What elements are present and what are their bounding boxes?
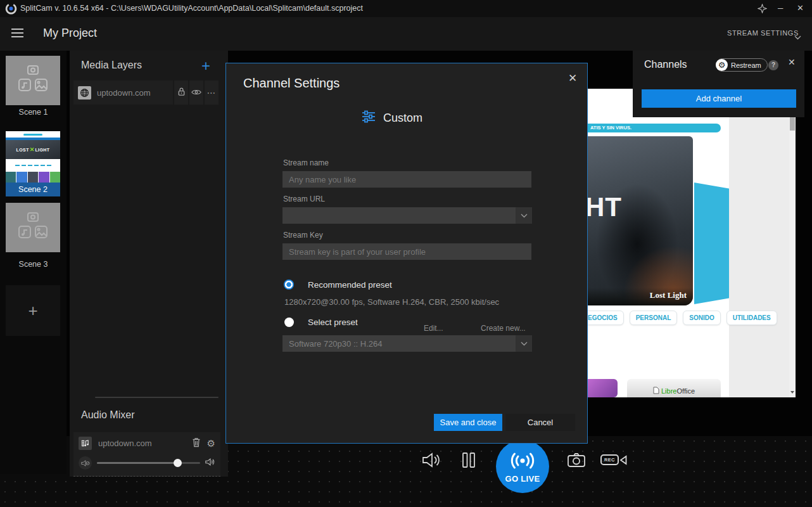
- media-layer-row[interactable]: uptodown.com ⋯: [73, 80, 219, 105]
- modal-title: Channel Settings: [243, 76, 339, 91]
- speaker-muted-icon: [81, 459, 90, 467]
- camera-icon: [567, 452, 586, 468]
- help-icon[interactable]: ?: [768, 60, 778, 70]
- stream-url-input[interactable]: [282, 207, 516, 224]
- stream-name-input[interactable]: [282, 171, 531, 188]
- minimize-icon[interactable]: –: [778, 3, 783, 11]
- preset-select-value[interactable]: Software 720p30 :: H.264: [282, 335, 516, 352]
- audio-toggle-button[interactable]: [422, 452, 441, 471]
- uptodown-logo-icon: [23, 134, 42, 136]
- document-icon: [653, 387, 659, 394]
- snapshot-button[interactable]: [567, 452, 586, 471]
- splitcam-window: SplitCam v. 10.6.54 x64 - C:\Users\WDAGU…: [0, 0, 812, 507]
- rec-label: REC: [600, 454, 619, 465]
- lock-icon: [177, 87, 186, 99]
- scene-1-tile[interactable]: [6, 56, 60, 105]
- audio-settings-gear-icon[interactable]: ⚙: [207, 439, 215, 448]
- audio-mixer-title: Audio Mixer: [81, 409, 134, 421]
- recommended-preset-label: Recommended preset: [308, 280, 392, 290]
- splitcam-logo-icon: [5, 3, 17, 17]
- pause-button[interactable]: [462, 452, 476, 471]
- channel-type-label: Custom: [383, 112, 422, 125]
- scene-placeholder-icon: [16, 65, 49, 96]
- media-layers-title: Media Layers: [81, 60, 142, 71]
- libreoffice-word2: Office: [676, 387, 695, 395]
- hamburger-menu-icon[interactable]: [11, 29, 23, 37]
- media-layer-name-cell[interactable]: uptodown.com: [73, 80, 173, 105]
- preview-scrollbar: [789, 89, 796, 397]
- restream-gear-icon: ⚙: [716, 59, 728, 71]
- scenes-sidebar: Scene 1 LOST ✕ LIGHT Scene 2: [0, 51, 67, 474]
- broadcast-icon: [508, 452, 537, 472]
- media-layer-name: uptodown.com: [97, 88, 151, 98]
- game-caption: Lost Light: [650, 290, 687, 300]
- scene-2-label: Scene 2: [6, 183, 60, 196]
- volume-slider-handle[interactable]: [174, 459, 182, 467]
- title-bar: SplitCam v. 10.6.54 x64 - C:\Users\WDAGU…: [0, 0, 812, 17]
- close-icon[interactable]: ✕: [797, 4, 804, 12]
- channel-type-row: Custom: [362, 110, 422, 125]
- preview-content-column: [729, 117, 789, 397]
- save-and-close-button[interactable]: Save and close: [434, 414, 502, 431]
- record-camcorder-icon: [619, 455, 627, 465]
- category-pill: EGOCIOS: [587, 311, 624, 325]
- restream-label: Restream: [731, 61, 761, 69]
- preview-libreoffice-tile: LibreOffice: [627, 379, 721, 397]
- stream-key-input[interactable]: [282, 243, 531, 260]
- channels-title: Channels: [644, 59, 687, 70]
- thumb-links-row: [6, 159, 60, 172]
- record-button[interactable]: REC: [600, 454, 627, 465]
- delete-audio-button[interactable]: [192, 437, 201, 450]
- channels-close-icon[interactable]: ✕: [788, 57, 796, 67]
- chevron-down-icon: [521, 342, 528, 346]
- ellipsis-icon: ⋯: [207, 87, 217, 98]
- recommended-preset-radio[interactable]: [284, 279, 294, 290]
- lost-light-x-icon: ✕: [30, 147, 35, 153]
- speaker-icon: [205, 458, 215, 469]
- layers-scroll-indicator[interactable]: [95, 397, 219, 398]
- layer-more-button[interactable]: ⋯: [205, 80, 219, 105]
- stream-url-label: Stream URL: [283, 195, 325, 203]
- edit-preset-link[interactable]: Edit...: [424, 324, 443, 333]
- thumb-tiles-row: [6, 172, 60, 183]
- preset-dropdown-button[interactable]: [516, 335, 532, 352]
- scene-3-tile[interactable]: [6, 203, 60, 252]
- scene-placeholder-icon: [16, 212, 49, 243]
- stream-url-dropdown-button[interactable]: [516, 207, 532, 224]
- preview-category-pills: EGOCIOS PERSONAL SONIDO UTILIDADES: [587, 311, 777, 325]
- globe-icon: [78, 86, 91, 99]
- preview-cyan-banner: ATIS Y SIN VIRUS.: [587, 124, 721, 132]
- add-scene-button[interactable]: +: [6, 285, 60, 336]
- scroll-down-arrow-icon: [790, 391, 794, 394]
- scene-2-tile[interactable]: LOST ✕ LIGHT: [6, 131, 60, 183]
- category-pill: PERSONAL: [630, 311, 678, 325]
- thumb-title-word1: LOST: [16, 148, 29, 152]
- game-title-fragment: HT: [587, 192, 622, 222]
- media-audio-icon: [79, 437, 92, 450]
- select-preset-radio[interactable]: [284, 318, 294, 327]
- volume-fill: [97, 462, 177, 464]
- modal-close-icon[interactable]: ✕: [568, 72, 577, 85]
- stream-settings-button[interactable]: STREAM SETTINGS: [727, 29, 799, 37]
- toggle-visibility-button[interactable]: [189, 80, 203, 105]
- create-preset-link[interactable]: Create new...: [481, 324, 526, 333]
- channels-panel: Channels ⚙ Restream ? ✕ Add channel: [633, 51, 804, 117]
- add-media-layer-button[interactable]: +: [201, 59, 210, 73]
- volume-slider[interactable]: [97, 462, 200, 464]
- scene-1-label: Scene 1: [0, 108, 67, 117]
- go-live-button[interactable]: GO LIVE: [496, 440, 549, 493]
- stream-key-label: Stream Key: [283, 231, 323, 240]
- cancel-button[interactable]: Cancel: [505, 414, 575, 431]
- restream-button[interactable]: ⚙ Restream: [716, 58, 768, 72]
- pin-icon[interactable]: [758, 4, 767, 15]
- add-channel-button[interactable]: Add channel: [642, 89, 796, 108]
- lock-layer-button[interactable]: [174, 80, 188, 105]
- window-title: SplitCam v. 10.6.54 x64 - C:\Users\WDAGU…: [20, 4, 363, 13]
- chevron-down-icon[interactable]: [794, 31, 801, 42]
- mute-button[interactable]: [79, 456, 92, 470]
- category-pill: UTILIDADES: [726, 311, 777, 325]
- stream-name-label: Stream name: [283, 158, 329, 167]
- channel-settings-modal: Channel Settings ✕ Custom Stream name St…: [225, 63, 588, 444]
- media-layers-panel: Media Layers + uptodown.com: [70, 51, 228, 477]
- audio-mixer-item-name: uptodown.com: [98, 439, 186, 448]
